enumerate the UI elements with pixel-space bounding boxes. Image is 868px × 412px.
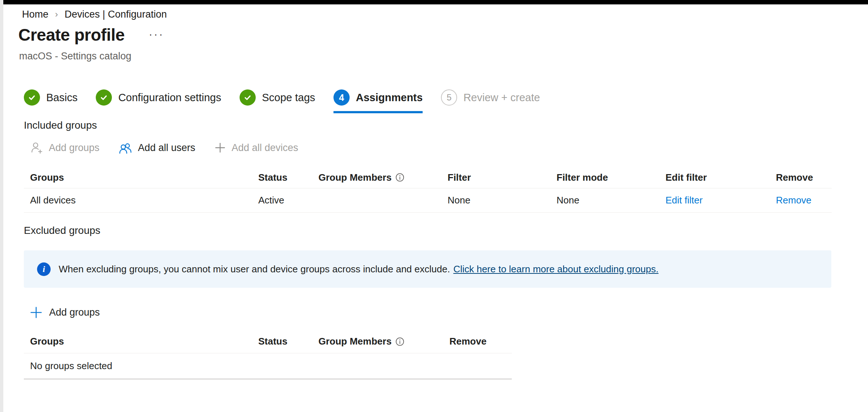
step-number-badge: 5 <box>441 89 457 106</box>
row-filter: None <box>448 195 557 206</box>
tab-configuration-settings-label: Configuration settings <box>118 92 221 104</box>
page-subtitle: macOS - Settings catalog <box>19 51 131 62</box>
info-banner-text: When excluding groups, you cannot mix us… <box>59 264 450 275</box>
column-header-group-members: Group Members <box>318 172 448 183</box>
page-title: Create profile <box>18 25 125 45</box>
plus-icon <box>214 142 226 154</box>
group-members-label: Group Members <box>318 172 391 183</box>
column-header-group-members: Group Members <box>318 336 449 347</box>
left-edge-strip <box>0 0 3 412</box>
add-all-users-label: Add all users <box>138 142 195 154</box>
column-header-status: Status <box>258 336 318 347</box>
included-table-header-row: Groups Status Group Members Filter Filte… <box>24 167 832 188</box>
breadcrumb-devices-configuration[interactable]: Devices | Configuration <box>65 9 167 20</box>
row-status: Active <box>258 195 318 206</box>
info-icon[interactable] <box>395 173 405 182</box>
window-top-bar <box>0 0 868 4</box>
excluded-add-groups-button[interactable]: Add groups <box>29 306 100 319</box>
column-header-groups: Groups <box>24 172 258 183</box>
column-header-filter-mode: Filter mode <box>557 172 665 183</box>
row-filter-mode: None <box>557 195 665 206</box>
row-group-name: All devices <box>24 195 258 206</box>
column-header-groups: Groups <box>24 336 258 347</box>
tab-scope-tags[interactable]: Scope tags <box>240 89 315 113</box>
column-header-remove: Remove <box>449 336 512 347</box>
excluded-table-header-row: Groups Status Group Members Remove <box>24 330 512 353</box>
tab-review-create-label: Review + create <box>463 92 540 104</box>
step-number-badge: 4 <box>333 89 350 106</box>
tab-assignments-label: Assignments <box>356 92 423 104</box>
more-menu-icon[interactable]: ··· <box>149 29 164 40</box>
column-header-status: Status <box>258 172 318 183</box>
column-header-edit-filter: Edit filter <box>665 172 776 183</box>
info-banner: i When excluding groups, you cannot mix … <box>24 250 831 288</box>
tab-configuration-settings[interactable]: Configuration settings <box>96 89 221 113</box>
check-circle-icon <box>96 89 112 106</box>
tab-assignments[interactable]: 4 Assignments <box>333 89 423 113</box>
excluding-groups-learn-more-link[interactable]: Click here to learn more about excluding… <box>453 264 659 275</box>
group-members-label: Group Members <box>318 336 391 347</box>
excluded-groups-table: Groups Status Group Members Remove No gr… <box>24 330 512 379</box>
wizard-steps: Basics Configuration settings Scope tags… <box>24 89 540 113</box>
add-all-devices-label: Add all devices <box>231 142 298 154</box>
breadcrumb: Home › Devices | Configuration <box>22 9 167 20</box>
breadcrumb-separator-icon: › <box>55 9 58 19</box>
table-row: All devices Active None None Edit filter… <box>24 188 832 213</box>
people-icon <box>118 141 132 155</box>
included-groups-toolbar: Add groups Add all users Add all devices <box>30 141 298 155</box>
title-row: Create profile ··· <box>18 25 164 45</box>
tab-review-create[interactable]: 5 Review + create <box>441 89 540 113</box>
excluded-groups-heading: Excluded groups <box>24 225 101 236</box>
column-header-filter: Filter <box>448 172 557 183</box>
add-groups-button[interactable]: Add groups <box>30 141 99 154</box>
remove-link[interactable]: Remove <box>776 195 832 206</box>
plus-icon <box>29 306 43 319</box>
info-filled-icon: i <box>37 262 51 276</box>
add-groups-label: Add groups <box>49 142 99 154</box>
included-groups-table: Groups Status Group Members Filter Filte… <box>24 167 832 213</box>
person-add-icon <box>30 141 43 154</box>
tab-basics[interactable]: Basics <box>24 89 77 113</box>
excluded-add-groups-label: Add groups <box>49 307 100 318</box>
included-groups-heading: Included groups <box>24 119 97 131</box>
column-header-remove: Remove <box>776 172 832 183</box>
check-circle-icon <box>240 89 256 106</box>
add-all-users-button[interactable]: Add all users <box>118 141 195 155</box>
add-all-devices-button[interactable]: Add all devices <box>214 142 298 154</box>
empty-state-row: No groups selected <box>24 353 512 379</box>
check-circle-icon <box>24 89 40 106</box>
breadcrumb-home[interactable]: Home <box>22 9 48 20</box>
tab-scope-tags-label: Scope tags <box>262 92 315 104</box>
edit-filter-link[interactable]: Edit filter <box>665 195 776 206</box>
tab-basics-label: Basics <box>46 92 77 104</box>
info-icon[interactable] <box>395 337 405 346</box>
